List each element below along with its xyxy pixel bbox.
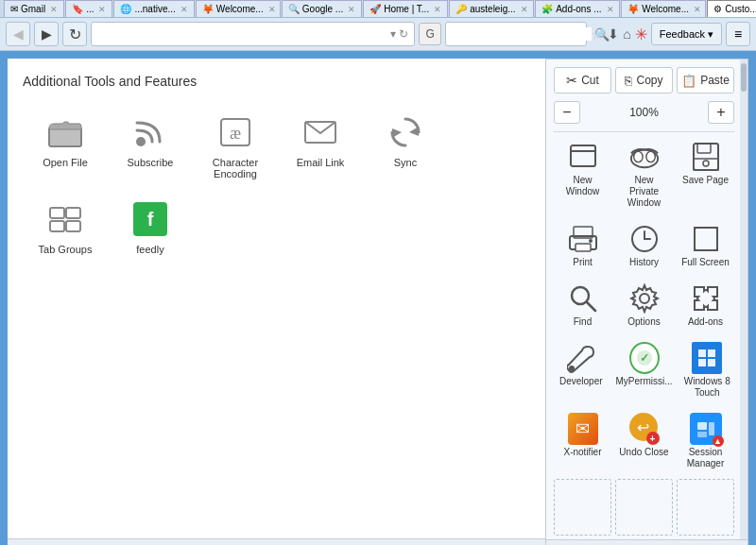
plus-icon: + bbox=[716, 104, 725, 121]
minus-icon: − bbox=[562, 104, 571, 121]
search-engine-icon[interactable]: G bbox=[419, 23, 441, 45]
undo-close-badge: + bbox=[646, 432, 660, 445]
empty-slots bbox=[554, 479, 734, 536]
copy-label: Copy bbox=[636, 74, 662, 87]
clock-icon bbox=[629, 224, 660, 254]
home-icon[interactable]: ⌂ bbox=[623, 26, 630, 42]
tab-google[interactable]: 🔍 Google ... ✕ bbox=[282, 0, 362, 17]
cut-button[interactable]: ✂ Cut bbox=[554, 67, 611, 94]
tool-tab-groups[interactable]: Tab Groups bbox=[23, 195, 108, 261]
tab-close-icon[interactable]: ✕ bbox=[521, 5, 528, 14]
empty-slot-2 bbox=[615, 479, 673, 536]
menu-mypermissions[interactable]: ✓ MyPermissi... bbox=[612, 337, 677, 404]
subscribe-label: Subscribe bbox=[128, 157, 174, 168]
undo-close-wrap: ↩ + bbox=[629, 413, 660, 445]
myperm-icon: ✓ bbox=[629, 343, 660, 373]
zoom-minus-button[interactable]: − bbox=[554, 101, 580, 124]
session-icon-wrap: ▲ bbox=[691, 414, 721, 444]
tab-groups-label: Tab Groups bbox=[39, 244, 93, 255]
tab-label: Welcome... bbox=[216, 4, 264, 14]
svg-rect-29 bbox=[695, 228, 717, 250]
menu-undo-close[interactable]: ↩ + Undo Close bbox=[615, 408, 673, 475]
menu-print[interactable]: Print bbox=[554, 218, 611, 274]
scissors-icon: ✂ bbox=[566, 73, 577, 88]
menu-private-window[interactable]: New Private Window bbox=[615, 136, 673, 214]
menu-fullscreen[interactable]: Full Screen bbox=[677, 218, 734, 274]
menu-session-manager[interactable]: ▲ Session Manager bbox=[677, 408, 734, 475]
back-button[interactable]: ◀ bbox=[6, 22, 30, 46]
menu-find[interactable]: Find bbox=[554, 278, 611, 333]
search-bar[interactable]: 🔍 bbox=[445, 22, 587, 46]
menu-xnotifier[interactable]: ✉ X-notifier bbox=[554, 408, 611, 475]
tab-favicon: 🔖 bbox=[72, 4, 83, 14]
save-page-label: Save Page bbox=[682, 175, 729, 186]
tab-addons[interactable]: 🧩 Add-ons ... ✕ bbox=[535, 0, 620, 17]
zoom-plus-button[interactable]: + bbox=[708, 101, 734, 124]
svg-point-16 bbox=[633, 151, 642, 162]
tab-home[interactable]: 🚀 Home | T... ✕ bbox=[363, 0, 448, 17]
download-icon[interactable]: ⬇ bbox=[608, 26, 619, 42]
tab-close-icon[interactable]: ✕ bbox=[50, 5, 58, 14]
tool-sync[interactable]: Sync bbox=[363, 108, 448, 185]
addon-icon[interactable]: ✳ bbox=[635, 26, 647, 43]
menu-options[interactable]: Options bbox=[615, 278, 673, 333]
tab-close-icon[interactable]: ✕ bbox=[98, 5, 106, 14]
svg-point-32 bbox=[640, 294, 649, 303]
tool-encoding[interactable]: æ Character Encoding bbox=[193, 108, 278, 185]
menu-addons[interactable]: Add-ons bbox=[677, 278, 734, 333]
menu-save-page[interactable]: Save Page bbox=[677, 136, 734, 214]
address-bar[interactable]: ▾ ↻ bbox=[91, 22, 415, 46]
tab-native[interactable]: 🌐 ...native... ✕ bbox=[113, 0, 194, 17]
tab-welcome2[interactable]: 🦊 Welcome... ✕ bbox=[621, 0, 706, 17]
customize-panel: Additional Tools and Features Open File bbox=[8, 59, 545, 545]
tool-subscribe[interactable]: Subscribe bbox=[108, 108, 193, 185]
tab-close-icon[interactable]: ✕ bbox=[348, 5, 355, 14]
nav-bar: ◀ ▶ ↻ ▾ ↻ G 🔍 ☆ ⬇ ⌂ ✳ Feedback ▾ ≡ bbox=[0, 18, 756, 51]
tool-email[interactable]: Email Link bbox=[278, 108, 363, 185]
forward-button[interactable]: ▶ bbox=[34, 22, 59, 46]
feedback-button[interactable]: Feedback ▾ bbox=[651, 23, 722, 45]
tab-customize[interactable]: ⚙ Custo... ✕ bbox=[707, 0, 756, 17]
paste-button[interactable]: 📋 Paste bbox=[677, 67, 734, 94]
find-label: Find bbox=[574, 316, 592, 328]
svg-rect-40 bbox=[697, 422, 707, 430]
menu-new-window[interactable]: New Window bbox=[554, 136, 611, 214]
menu-history[interactable]: History bbox=[615, 218, 673, 274]
empty-slot-1 bbox=[554, 479, 611, 536]
svg-point-25 bbox=[589, 239, 593, 243]
menu-grid-2: Print History bbox=[554, 218, 734, 274]
encoding-label: Character Encoding bbox=[198, 157, 272, 179]
ccp-row: ✂ Cut ⎘ Copy 📋 Paste bbox=[554, 67, 734, 94]
copy-button[interactable]: ⎘ Copy bbox=[615, 67, 673, 94]
xnotifier-label: X-notifier bbox=[563, 447, 601, 458]
sync-label: Sync bbox=[394, 157, 417, 168]
tab-close-icon[interactable]: ✕ bbox=[434, 5, 441, 14]
history-label: History bbox=[629, 257, 659, 268]
tab-close-icon[interactable]: ✕ bbox=[180, 5, 188, 14]
tab-close-icon[interactable]: ✕ bbox=[268, 5, 276, 14]
svg-rect-13 bbox=[571, 145, 595, 166]
tab-gmail[interactable]: ✉ Gmail ✕ bbox=[4, 0, 64, 17]
undo-close-icon-container: ↩ + bbox=[629, 414, 660, 444]
tool-feedly[interactable]: f feedly bbox=[108, 195, 193, 261]
tab-2[interactable]: 🔖 ... ✕ bbox=[65, 0, 112, 17]
window-icon bbox=[568, 142, 598, 172]
search-input[interactable] bbox=[450, 27, 592, 41]
tab-close-icon[interactable]: ✕ bbox=[694, 5, 701, 14]
feedly-logo: f bbox=[133, 202, 167, 236]
developer-label: Developer bbox=[559, 376, 603, 387]
tab-welcome1[interactable]: 🦊 Welcome... ✕ bbox=[196, 0, 281, 17]
menu-developer[interactable]: Developer bbox=[554, 337, 609, 404]
tool-open-file[interactable]: Open File bbox=[23, 108, 108, 185]
email-icon bbox=[301, 113, 339, 151]
tab-aus[interactable]: 🔑 austeleig... ✕ bbox=[449, 0, 534, 17]
menu-win8touch[interactable]: Windows 8 Touch bbox=[680, 337, 735, 404]
address-input[interactable] bbox=[97, 27, 390, 41]
tab-favicon: 🔑 bbox=[455, 4, 467, 14]
menu-button[interactable]: ≡ bbox=[726, 22, 750, 46]
refresh-icon[interactable]: ↻ bbox=[399, 27, 408, 41]
bookmark-icon[interactable]: ☆ bbox=[591, 26, 604, 43]
scrollbar[interactable] bbox=[740, 60, 747, 539]
refresh-button[interactable]: ↻ bbox=[62, 22, 87, 46]
tab-close-icon[interactable]: ✕ bbox=[607, 5, 614, 14]
